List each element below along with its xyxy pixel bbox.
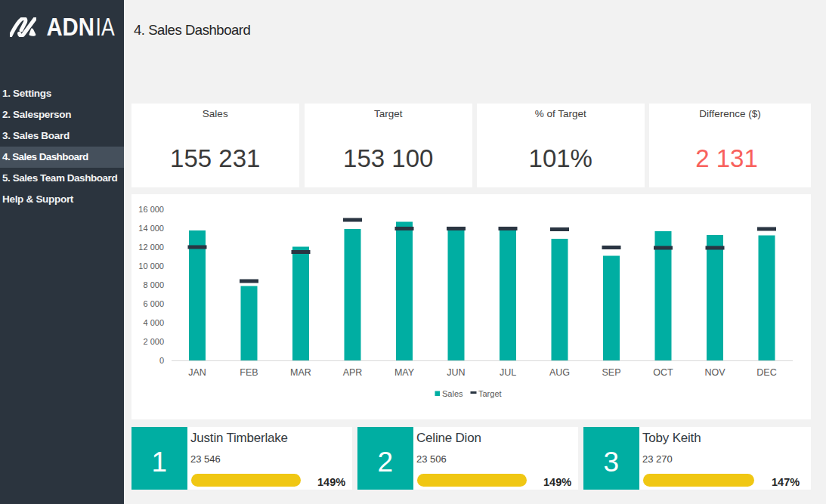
svg-text:APR: APR (343, 367, 363, 378)
svg-text:2 000: 2 000 (143, 337, 164, 346)
svg-text:NOV: NOV (704, 367, 725, 378)
svg-text:ADN: ADN (46, 13, 94, 41)
svg-text:6 000: 6 000 (143, 299, 164, 308)
svg-text:8 000: 8 000 (143, 280, 164, 289)
svg-text:JUL: JUL (500, 367, 516, 378)
svg-text:14 000: 14 000 (138, 224, 164, 233)
svg-text:MAR: MAR (290, 367, 311, 378)
svg-text:10 000: 10 000 (138, 261, 164, 271)
svg-text:Sales: Sales (442, 389, 463, 398)
svg-text:OCT: OCT (653, 367, 673, 378)
svg-text:16 000: 16 000 (138, 205, 164, 214)
svg-text:Target: Target (478, 389, 502, 398)
svg-text:DEC: DEC (756, 367, 776, 378)
svg-text:12 000: 12 000 (138, 243, 164, 252)
svg-text:JAN: JAN (188, 367, 206, 378)
svg-text:IA: IA (96, 13, 115, 41)
svg-text:FEB: FEB (240, 367, 258, 378)
svg-text:0: 0 (159, 356, 164, 365)
svg-text:SEP: SEP (602, 367, 620, 378)
svg-text:MAY: MAY (394, 367, 415, 378)
svg-text:4 000: 4 000 (143, 318, 164, 327)
svg-text:JUN: JUN (447, 367, 465, 378)
svg-text:AUG: AUG (549, 367, 570, 378)
